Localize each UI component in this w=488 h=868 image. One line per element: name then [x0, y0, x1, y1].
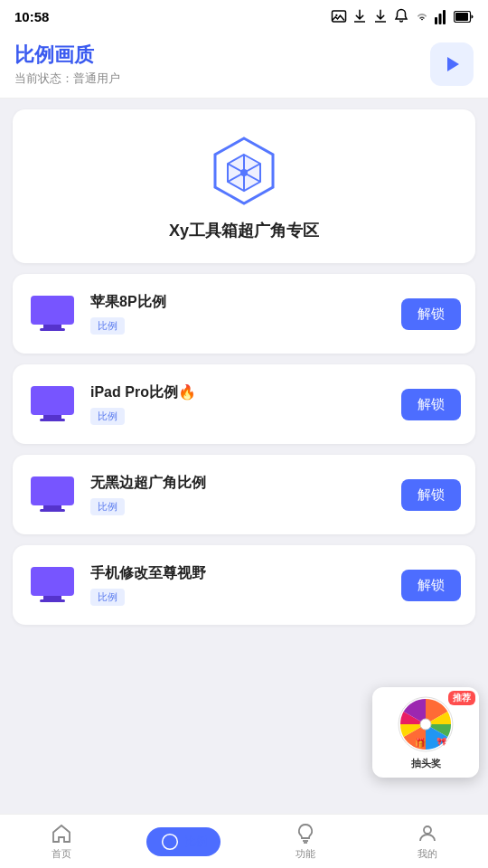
status-time: 10:58	[14, 9, 49, 24]
svg-text:🎀: 🎀	[436, 736, 447, 747]
item-info-0: 苹果8P比例 比例	[90, 293, 389, 335]
item-info-1: iPad Pro比例🔥 比例	[90, 383, 389, 425]
svg-rect-8	[455, 13, 468, 21]
svg-rect-24	[40, 509, 65, 512]
banner-card: Xy工具箱超广角专区	[13, 109, 475, 263]
svg-rect-20	[43, 415, 61, 419]
alert-icon	[393, 8, 409, 24]
bulb-icon	[295, 823, 316, 844]
svg-rect-19	[31, 386, 74, 415]
svg-rect-27	[40, 599, 65, 602]
app-subtitle: 当前状态：普通用户	[14, 71, 120, 87]
svg-point-29	[420, 719, 431, 730]
monitor-icon-2	[27, 379, 78, 429]
unlock-btn-3[interactable]: 解锁	[401, 570, 461, 601]
status-bar: 10:58	[0, 0, 488, 33]
item-info-3: 手机修改至尊视野 比例	[90, 564, 389, 606]
unlock-btn-1[interactable]: 解锁	[401, 389, 461, 420]
wifi-icon	[414, 8, 430, 24]
svg-rect-22	[31, 476, 74, 505]
item-name-0: 苹果8P比例	[90, 293, 389, 312]
svg-rect-18	[40, 328, 65, 331]
nav-item-function[interactable]: 功能	[244, 815, 366, 868]
app-title: 比例画质	[14, 42, 120, 69]
svg-rect-5	[439, 14, 442, 24]
unlock-btn-2[interactable]: 解锁	[401, 479, 461, 511]
float-popup[interactable]: 推荐 🎁 🎀 抽头奖	[372, 687, 479, 778]
nav-item-ratio[interactable]: 比例	[122, 815, 244, 868]
item-name-3: 手机修改至尊视野	[90, 564, 389, 583]
monitor-icon-3	[27, 469, 78, 520]
status-icons	[331, 8, 474, 24]
signal-icon	[435, 8, 449, 24]
monitor-icon-1	[27, 288, 78, 339]
svg-rect-16	[31, 296, 74, 325]
svg-rect-17	[43, 325, 61, 328]
header-left: 比例画质 当前状态：普通用户	[14, 42, 120, 87]
spin-wheel-icon: 🎁 🎀	[397, 695, 455, 753]
svg-point-1	[335, 14, 337, 16]
item-name-2: 无黑边超广角比例	[90, 474, 389, 493]
download-icon-1	[352, 8, 368, 24]
item-card-1: iPad Pro比例🔥 比例 解锁	[13, 364, 475, 444]
photo-icon	[331, 8, 347, 24]
compass-icon	[159, 831, 181, 853]
svg-rect-25	[31, 567, 74, 596]
svg-rect-23	[43, 505, 61, 509]
svg-rect-21	[40, 419, 65, 421]
nav-label-ratio: 比例	[184, 834, 208, 850]
bottom-nav: 首页 比例 功能	[0, 814, 488, 868]
download-icon-2	[372, 8, 389, 24]
nav-label-function: 功能	[296, 847, 315, 861]
home-icon	[51, 823, 72, 844]
svg-rect-26	[43, 596, 61, 599]
play-button[interactable]	[430, 42, 474, 86]
nav-label-mine: 我的	[418, 847, 437, 861]
svg-rect-6	[443, 10, 446, 24]
banner-title: Xy工具箱超广角专区	[169, 220, 319, 241]
item-info-2: 无黑边超广角比例 比例	[90, 474, 389, 515]
battery-icon	[454, 11, 474, 23]
item-tag-3: 比例	[90, 589, 125, 606]
item-tag-1: 比例	[90, 408, 125, 425]
play-icon	[441, 53, 463, 75]
3d-box-icon	[208, 135, 280, 207]
item-card-3: 手机修改至尊视野 比例 解锁	[13, 545, 475, 625]
unlock-btn-0[interactable]: 解锁	[401, 298, 461, 330]
item-name-1: iPad Pro比例🔥	[90, 383, 389, 402]
nav-item-mine[interactable]: 我的	[366, 815, 488, 868]
svg-point-35	[424, 826, 431, 834]
svg-rect-4	[435, 17, 437, 24]
nav-item-home[interactable]: 首页	[0, 815, 122, 868]
item-card-0: 苹果8P比例 比例 解锁	[13, 274, 475, 354]
float-popup-label: 抽头奖	[411, 757, 441, 770]
item-card-2: 无黑边超广角比例 比例 解锁	[13, 455, 475, 534]
main-content: Xy工具箱超广角专区 苹果8P比例 比例 解锁 iPad Pro比例🔥 比例 解…	[0, 99, 488, 697]
nav-active-bg: 比例	[146, 827, 221, 856]
item-tag-0: 比例	[90, 317, 125, 335]
monitor-icon-4	[27, 560, 78, 610]
header: 比例画质 当前状态：普通用户	[0, 33, 488, 99]
person-icon	[417, 823, 438, 844]
item-tag-2: 比例	[90, 498, 125, 515]
svg-marker-9	[447, 57, 459, 71]
nav-label-home: 首页	[52, 847, 71, 861]
svg-text:🎁: 🎁	[415, 737, 427, 749]
svg-point-15	[240, 169, 248, 176]
